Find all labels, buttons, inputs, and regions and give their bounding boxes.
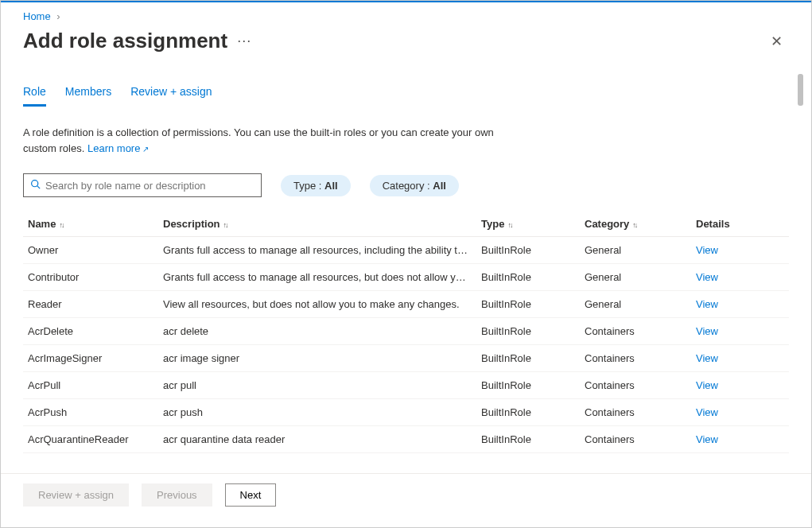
role-name: Contributor xyxy=(23,264,158,291)
role-type: BuiltInRole xyxy=(476,399,580,426)
review-assign-button: Review + assign xyxy=(23,483,129,507)
role-type: BuiltInRole xyxy=(476,237,580,264)
breadcrumb-home[interactable]: Home xyxy=(23,10,51,22)
close-button[interactable]: ✕ xyxy=(764,29,789,53)
breadcrumb: Home › xyxy=(23,10,789,22)
table-row[interactable]: AcrQuarantineReaderacr quarantine data r… xyxy=(23,426,789,453)
role-category: Containers xyxy=(580,372,691,399)
chevron-right-icon: › xyxy=(56,10,60,22)
more-icon[interactable]: ··· xyxy=(237,33,251,49)
view-link[interactable]: View xyxy=(696,325,718,337)
roles-table: Name↑↓ Description↑↓ Type↑↓ Category↑↓ D… xyxy=(23,212,789,462)
role-description: Grants full access to manage all resourc… xyxy=(158,237,476,264)
role-category: Containers xyxy=(580,399,691,426)
view-link[interactable]: View xyxy=(696,271,718,283)
table-row[interactable]: AcrPullacr pullBuiltInRoleContainersView xyxy=(23,372,789,399)
view-link[interactable]: View xyxy=(696,298,718,310)
role-name: AcrQuarantineReader xyxy=(23,426,158,453)
table-row[interactable]: ReaderView all resources, but does not a… xyxy=(23,291,789,318)
learn-more-link[interactable]: Learn more↗ xyxy=(87,142,149,154)
role-category: Containers xyxy=(580,453,691,463)
sort-icon: ↑↓ xyxy=(632,221,636,229)
scrollbar-thumb[interactable] xyxy=(798,74,803,106)
table-row[interactable]: ContributorGrants full access to manage … xyxy=(23,264,789,291)
role-description: View all resources, but does not allow y… xyxy=(158,291,476,318)
table-row[interactable]: AcrImageSigneracr image signerBuiltInRol… xyxy=(23,345,789,372)
role-description: Grants full access to manage all resourc… xyxy=(158,264,476,291)
role-name: Reader xyxy=(23,291,158,318)
tab-role[interactable]: Role xyxy=(23,85,46,107)
view-link[interactable]: View xyxy=(696,406,718,418)
role-name: Owner xyxy=(23,237,158,264)
svg-point-0 xyxy=(32,181,38,187)
table-row[interactable]: AcrDeleteacr deleteBuiltInRoleContainers… xyxy=(23,318,789,345)
role-name: AcrDelete xyxy=(23,318,158,345)
role-category: Containers xyxy=(580,426,691,453)
role-category: General xyxy=(580,237,691,264)
sort-icon: ↑↓ xyxy=(223,221,227,229)
filter-category[interactable]: Category : All xyxy=(370,175,459,196)
tab-review[interactable]: Review + assign xyxy=(130,85,212,107)
role-type: BuiltInRole xyxy=(476,453,580,463)
view-link[interactable]: View xyxy=(696,244,718,256)
role-category: General xyxy=(580,291,691,318)
col-name[interactable]: Name↑↓ xyxy=(23,212,158,237)
role-name: AcrPull xyxy=(23,372,158,399)
tab-members[interactable]: Members xyxy=(65,85,111,107)
external-link-icon: ↗ xyxy=(142,145,149,153)
role-type: BuiltInRole xyxy=(476,318,580,345)
col-category[interactable]: Category↑↓ xyxy=(580,212,691,237)
view-link[interactable]: View xyxy=(696,433,718,445)
page-title: Add role assignment xyxy=(23,29,227,53)
sort-icon: ↑↓ xyxy=(507,221,511,229)
sort-icon: ↑↓ xyxy=(59,221,63,229)
role-name: AcrImageSigner xyxy=(23,345,158,372)
col-description[interactable]: Description↑↓ xyxy=(158,212,476,237)
table-row[interactable]: AcrPushacr pushBuiltInRoleContainersView xyxy=(23,399,789,426)
role-type: BuiltInRole xyxy=(476,264,580,291)
svg-line-1 xyxy=(37,186,40,188)
role-type: BuiltInRole xyxy=(476,291,580,318)
table-row[interactable]: OwnerGrants full access to manage all re… xyxy=(23,237,789,264)
tab-bar: Role Members Review + assign xyxy=(23,85,789,107)
view-link[interactable]: View xyxy=(696,352,718,364)
table-row[interactable]: AcrQuarantineWriteracr quarantine data w… xyxy=(23,453,789,463)
role-description: acr image signer xyxy=(158,345,476,372)
filter-type[interactable]: Type : All xyxy=(281,175,351,196)
view-link[interactable]: View xyxy=(696,379,718,391)
role-description: acr delete xyxy=(158,318,476,345)
role-type: BuiltInRole xyxy=(476,372,580,399)
close-icon: ✕ xyxy=(771,33,783,49)
role-description: acr push xyxy=(158,399,476,426)
col-type[interactable]: Type↑↓ xyxy=(476,212,580,237)
description-text: A role definition is a collection of per… xyxy=(23,125,516,156)
search-icon xyxy=(30,179,41,192)
search-input[interactable] xyxy=(45,180,254,192)
role-name: AcrQuarantineWriter xyxy=(23,453,158,463)
role-category: Containers xyxy=(580,318,691,345)
role-description: acr pull xyxy=(158,372,476,399)
previous-button: Previous xyxy=(142,483,212,507)
search-box[interactable] xyxy=(23,173,262,197)
col-details: Details xyxy=(691,212,789,237)
next-button[interactable]: Next xyxy=(225,483,277,507)
role-type: BuiltInRole xyxy=(476,345,580,372)
role-type: BuiltInRole xyxy=(476,426,580,453)
role-description: acr quarantine data writer xyxy=(158,453,476,463)
role-description: acr quarantine data reader xyxy=(158,426,476,453)
role-category: Containers xyxy=(580,345,691,372)
horizontal-scrollbar[interactable] xyxy=(1,516,811,527)
role-category: General xyxy=(580,264,691,291)
footer-bar: Review + assign Previous Next xyxy=(1,473,811,516)
view-link[interactable]: View xyxy=(696,460,718,462)
role-name: AcrPush xyxy=(23,399,158,426)
